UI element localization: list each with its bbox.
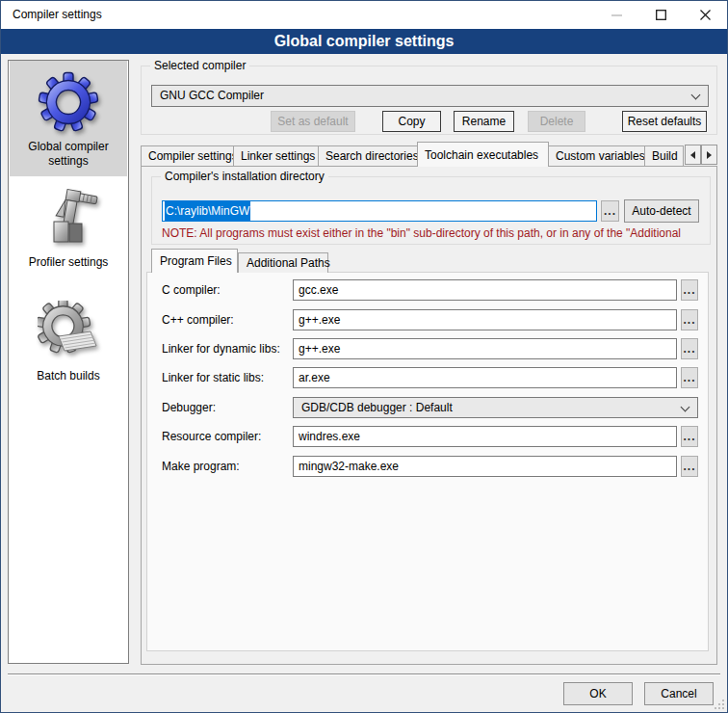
footer-separator [8,673,720,675]
tab-custom-variables[interactable]: Custom variables [548,145,645,166]
linker-static-input[interactable] [293,367,677,388]
tab-scroll-left-button[interactable] [685,145,701,165]
rename-button[interactable]: Rename [454,111,514,132]
set-as-default-button[interactable]: Set as default [271,111,355,132]
chevron-down-icon [681,403,690,412]
sidebar-item-profiler-settings[interactable]: Profiler settings [10,176,127,290]
reset-defaults-button[interactable]: Reset defaults [622,111,707,132]
sidebar-item-label: Global compiler settings [15,140,121,169]
toolchain-executables-page: Compiler's installation directory C:\ray… [141,166,717,665]
tab-compiler-settings[interactable]: Compiler settings [141,145,234,166]
arrow-left-icon [690,151,695,159]
c-compiler-browse-button[interactable]: ... [681,279,698,301]
debugger-select-value: GDB/CDB debugger : Default [301,398,676,418]
ok-button[interactable]: OK [563,682,633,705]
arrow-right-icon [707,151,712,159]
maximize-button[interactable] [638,1,683,29]
linker-static-browse-button[interactable]: ... [681,367,698,388]
selected-compiler-legend: Selected compiler [150,59,249,72]
minimize-icon [611,14,622,16]
sidebar-item-label: Batch builds [15,369,121,383]
linker-static-label: Linker for static libs: [162,371,264,384]
debugger-select[interactable]: GDB/CDB debugger : Default [293,397,698,418]
installation-note-text: NOTE: All programs must exist either in … [162,226,703,240]
dialog-header-band: Global compiler settings [1,29,727,54]
compiler-select-value: GNU GCC Compiler [160,86,687,106]
titlebar[interactable]: Compiler settings [1,1,727,29]
tab-search-directories[interactable]: Search directories [318,145,418,166]
subtab-program-files[interactable]: Program Files [151,249,238,273]
tab-scroll-right-button[interactable] [701,145,717,165]
program-files-panel: C compiler: ... C++ compiler: ... Linker… [146,272,709,651]
tab-toolchain-executables[interactable]: Toolchain executables [417,142,549,167]
installation-directory-value: C:\raylib\MinGW [165,201,250,221]
subtab-additional-paths[interactable]: Additional Paths [238,252,328,273]
compiler-settings-dialog: Compiler settings Global compiler settin… [0,0,728,713]
make-program-browse-button[interactable]: ... [681,456,698,477]
make-program-label: Make program: [162,460,240,473]
window-title: Compiler settings [13,1,102,29]
sidebar-item-label: Profiler settings [15,255,121,270]
make-program-input[interactable] [293,456,677,477]
c-compiler-label: C compiler: [162,283,221,297]
installation-directory-legend: Compiler's installation directory [161,170,328,183]
compiler-select[interactable]: GNU GCC Compiler [151,85,709,107]
linker-dynamic-label: Linker for dynamic libs: [162,342,280,356]
maximize-icon [656,10,666,20]
linker-dynamic-browse-button[interactable]: ... [681,338,698,359]
close-button[interactable] [683,1,727,29]
chevron-down-icon [691,91,701,100]
installation-directory-group: Compiler's installation directory C:\ray… [151,176,711,245]
resource-compiler-label: Resource compiler: [162,430,261,443]
sidebar-item-batch-builds[interactable]: Batch builds [10,290,127,404]
resize-grip[interactable] [713,698,725,710]
gear-stack-icon [38,301,99,362]
cancel-button[interactable]: Cancel [644,682,714,705]
linker-dynamic-input[interactable] [293,338,677,359]
delete-button[interactable]: Delete [528,111,585,132]
resource-compiler-input[interactable] [293,426,677,447]
caliper-icon [38,187,99,249]
tab-linker-settings[interactable]: Linker settings [233,145,319,166]
cpp-compiler-browse-button[interactable]: ... [681,309,698,330]
tab-build-options-truncated[interactable]: Build [644,145,684,166]
debugger-label: Debugger: [162,401,216,414]
installation-directory-browse-button[interactable]: ... [601,200,619,222]
minimize-button[interactable] [594,1,638,29]
cpp-compiler-label: C++ compiler: [162,313,234,327]
c-compiler-input[interactable] [293,279,677,301]
copy-button[interactable]: Copy [382,111,441,132]
close-icon [700,10,711,20]
cpp-compiler-input[interactable] [293,309,677,330]
installation-directory-input[interactable]: C:\raylib\MinGW [162,200,597,222]
settings-category-list: Global compiler settings [8,60,129,664]
auto-detect-button[interactable]: Auto-detect [624,199,699,223]
selected-compiler-group: Selected compiler GNU GCC Compiler Set a… [141,66,717,135]
gear-blue-icon [38,71,99,133]
resource-compiler-browse-button[interactable]: ... [681,426,698,447]
sidebar-item-global-compiler-settings[interactable]: Global compiler settings [10,61,127,176]
dialog-header-title: Global compiler settings [274,33,455,50]
